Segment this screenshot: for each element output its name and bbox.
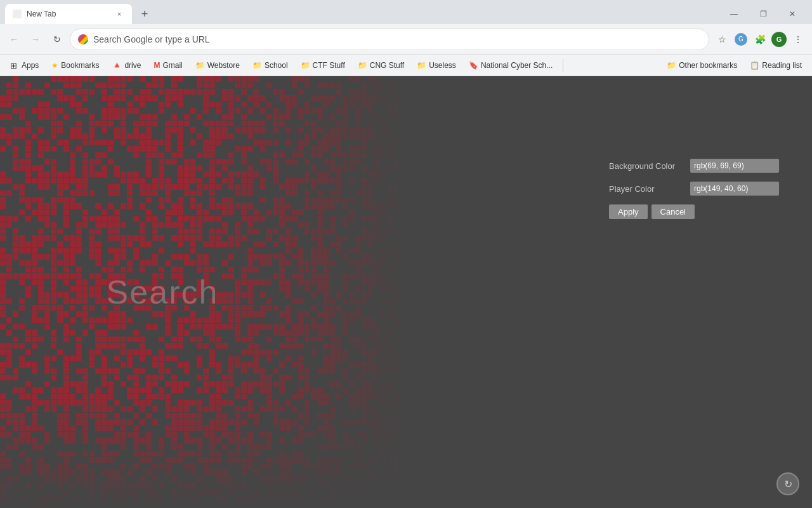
bookmark-bookmarks[interactable]: ★ Bookmarks (46, 58, 104, 72)
background-color-input[interactable] (690, 159, 779, 173)
bookmark-cng-label: CNG Stuff (370, 61, 404, 70)
back-button[interactable]: ← (5, 30, 23, 48)
refresh-button[interactable]: ↻ (48, 30, 66, 48)
bookmark-webstore[interactable]: 📁 Webstore (190, 58, 245, 72)
other-bookmarks-section: 📁 Other bookmarks 📋 Reading list (662, 58, 807, 72)
cancel-button[interactable]: Cancel (652, 204, 695, 219)
url-bar[interactable]: Search Google or type a URL (70, 29, 709, 50)
apps-icon: ⊞ (10, 61, 19, 70)
bookmark-drive-label: drive (124, 61, 141, 70)
profile-avatar[interactable]: G (770, 30, 788, 48)
minimize-button[interactable]: — (719, 5, 749, 23)
tab-bar: New Tab × + — ❐ ✕ (0, 0, 812, 24)
active-tab[interactable]: New Tab × (5, 4, 132, 24)
other-bookmarks-label: Other bookmarks (679, 61, 737, 70)
forward-button[interactable]: → (27, 30, 44, 48)
url-text: Search Google or type a URL (93, 34, 701, 44)
settings-panel: Background Color Player Color Apply Canc… (609, 152, 787, 225)
background-color-row: Background Color (609, 159, 787, 173)
bookmark-cng[interactable]: 📁 CNG Stuff (353, 58, 409, 72)
bookmark-national-cyber[interactable]: 🔖 National Cyber Sch... (464, 58, 558, 72)
bookmark-drive[interactable]: 🔺 drive (107, 58, 146, 72)
folder-icon: 📁 (667, 61, 676, 70)
reading-list-icon: 📋 (750, 61, 759, 70)
ctf-folder-icon: 📁 (301, 61, 310, 70)
bookmark-school[interactable]: 📁 School (247, 58, 293, 72)
reading-list-button[interactable]: 📋 Reading list (745, 58, 807, 72)
background-color-label: Background Color (609, 161, 685, 171)
national-cyber-icon: 🔖 (469, 61, 478, 70)
bookmark-gmail-label: Gmail (162, 61, 182, 70)
menu-button[interactable]: ⋮ (789, 30, 807, 48)
school-folder-icon: 📁 (252, 61, 262, 70)
player-color-label: Player Color (609, 184, 685, 194)
window-controls: — ❐ ✕ (719, 5, 807, 23)
circle-action-button[interactable]: ↻ (776, 472, 799, 495)
bookmark-national-cyber-label: National Cyber Sch... (481, 61, 553, 70)
profile-sync-icon[interactable]: G (732, 30, 750, 48)
useless-folder-icon: 📁 (417, 61, 426, 70)
bookmark-apps[interactable]: ⊞ Apps (5, 58, 44, 72)
maze-canvas (0, 76, 406, 508)
webstore-folder-icon: 📁 (195, 61, 205, 70)
user-avatar: G (771, 32, 787, 47)
bookmarks-separator (563, 59, 563, 72)
settings-buttons: Apply Cancel (609, 204, 787, 219)
bookmarks-bar: ⊞ Apps ★ Bookmarks 🔺 drive M Gmail 📁 Web… (0, 55, 812, 76)
bookmark-school-label: School (265, 61, 288, 70)
extensions-icon[interactable]: 🧩 (751, 30, 769, 48)
new-tab-button[interactable]: + (136, 5, 154, 23)
bookmark-apps-label: Apps (22, 61, 39, 70)
drive-icon: 🔺 (112, 60, 122, 70)
player-color-row: Player Color (609, 182, 787, 196)
bookmark-useless-label: Useless (429, 61, 456, 70)
bookmark-ctf-label: CTF Stuff (313, 61, 345, 70)
cng-folder-icon: 📁 (358, 61, 367, 70)
tab-favicon (13, 10, 22, 18)
bookmark-useless[interactable]: 📁 Useless (412, 58, 461, 72)
bookmark-bookmarks-label: Bookmarks (61, 61, 99, 70)
tab-close-button[interactable]: × (114, 9, 124, 19)
toolbar-icons: ☆ G 🧩 G ⋮ (713, 30, 807, 48)
bookmark-ctf[interactable]: 📁 CTF Stuff (296, 58, 350, 72)
star-icon: ★ (51, 61, 58, 70)
bookmark-gmail[interactable]: M Gmail (148, 58, 187, 72)
close-button[interactable]: ✕ (778, 5, 807, 23)
bookmark-webstore-label: Webstore (207, 61, 240, 70)
player-color-input[interactable] (690, 182, 779, 196)
gmail-icon: M (154, 61, 160, 70)
apply-button[interactable]: Apply (609, 204, 648, 219)
other-bookmarks-button[interactable]: 📁 Other bookmarks (662, 58, 742, 72)
address-bar: ← → ↻ Search Google or type a URL ☆ G 🧩 … (0, 24, 812, 55)
tab-title: New Tab (27, 10, 109, 18)
main-content: Search Background Color Player Color App… (0, 76, 812, 508)
google-icon (78, 34, 88, 44)
maximize-button[interactable]: ❐ (749, 5, 778, 23)
reading-list-label: Reading list (762, 61, 802, 70)
bookmark-star-icon[interactable]: ☆ (713, 30, 731, 48)
